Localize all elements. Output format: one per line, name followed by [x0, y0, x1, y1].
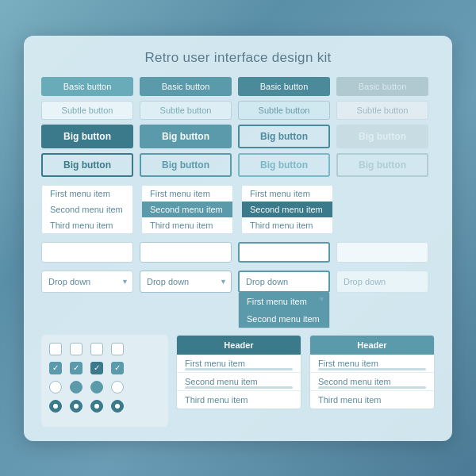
main-card: Retro user interface design kit Basic bu…: [24, 36, 452, 441]
text-input-1[interactable]: [41, 242, 133, 263]
big-button-dark-1[interactable]: Big button: [41, 125, 133, 148]
menu-3-item-2[interactable]: Second menu item: [242, 202, 332, 217]
radio-filled-3[interactable]: [90, 400, 103, 413]
list-table-2: Header First menu item Second menu item …: [309, 335, 435, 409]
list-table-2-row-3[interactable]: Third menu item: [310, 391, 434, 409]
checkbox-unchecked-4[interactable]: [111, 343, 124, 355]
radio-checked-1[interactable]: [70, 381, 83, 393]
radio-filled-1[interactable]: [49, 400, 62, 413]
basic-button-1[interactable]: Basic button: [41, 77, 133, 96]
checkbox-unchecked-2[interactable]: [70, 343, 83, 355]
checkboxes-unchecked-row: [49, 343, 160, 355]
menu-3-item-3[interactable]: Third menu item: [242, 217, 332, 233]
big-button-outline-dark[interactable]: Big button: [41, 153, 133, 177]
checkbox-unchecked-3[interactable]: [90, 343, 103, 355]
checkbox-checked-2[interactable]: ✓: [70, 362, 83, 374]
menu-3-item-1[interactable]: First menu item: [242, 186, 332, 202]
basic-button-2[interactable]: Basic button: [140, 77, 232, 96]
checkboxes-checked-row: ✓ ✓ ✓ ✓: [49, 362, 160, 374]
dropdown-1[interactable]: Drop down: [41, 271, 133, 293]
list-table-1-row-1[interactable]: First menu item: [177, 355, 301, 373]
big-buttons-row-1: Big button Big button Big button Big but…: [41, 125, 435, 148]
radios-filled-row: [49, 400, 160, 413]
radio-unchecked-1[interactable]: [49, 381, 62, 393]
dropdowns-section: Drop down ▼ Drop down ▼ Drop down ▼ Firs…: [41, 271, 435, 328]
list-table-2-row-2[interactable]: Second menu item: [310, 373, 434, 391]
menus-section: First menu item Second menu item Third m…: [41, 185, 435, 234]
dropdown-2-wrap: Drop down ▼: [140, 271, 232, 293]
menu-1-item-1[interactable]: First menu item: [42, 186, 132, 202]
text-input-2[interactable]: [140, 242, 232, 263]
radios-unchecked-row: [49, 381, 160, 393]
subtle-button-2[interactable]: Subtle button: [140, 101, 232, 120]
big-button-outline-1[interactable]: Big button: [238, 125, 330, 148]
checkbox-checked-4[interactable]: ✓: [111, 362, 124, 374]
checkbox-checked-1[interactable]: ✓: [49, 362, 62, 374]
menu-2-item-1[interactable]: First menu item: [142, 186, 232, 202]
list-table-1-row-3[interactable]: Third menu item: [177, 391, 301, 409]
radio-checked-2[interactable]: [90, 381, 103, 393]
page-title: Retro user interface design kit: [41, 50, 435, 66]
dropdown-menu-item-2[interactable]: Second menu item: [239, 310, 329, 328]
menu-3: First menu item Second menu item Third m…: [241, 185, 333, 234]
buttons-section: Basic button Basic button Basic button B…: [41, 77, 435, 177]
big-button-faded-1[interactable]: Big button: [336, 125, 428, 148]
bottom-section: ✓ ✓ ✓ ✓ Header Fir: [41, 335, 435, 427]
text-input-4[interactable]: [336, 242, 428, 263]
subtle-button-1[interactable]: Subtle button: [41, 101, 133, 120]
menu-2: First menu item Second menu item Third m…: [141, 185, 233, 234]
text-input-3[interactable]: [238, 242, 330, 263]
radio-unchecked-2[interactable]: [111, 381, 124, 393]
checkbox-checked-3[interactable]: ✓: [90, 362, 103, 374]
dropdown-3[interactable]: Drop down: [238, 271, 330, 293]
big-button-outline-light[interactable]: Big button: [238, 153, 330, 177]
controls-box: ✓ ✓ ✓ ✓: [41, 335, 168, 427]
dropdown-menu-item-1[interactable]: First menu item: [239, 293, 329, 310]
subtle-button-4[interactable]: Subtle button: [336, 101, 428, 120]
subtle-button-3[interactable]: Subtle button: [238, 101, 330, 120]
list-table-1-header: Header: [177, 336, 301, 355]
list-table-1-row-2[interactable]: Second menu item: [177, 373, 301, 391]
basic-button-3[interactable]: Basic button: [238, 77, 330, 96]
big-button-mid-1[interactable]: Big button: [140, 125, 232, 148]
big-button-outline-faded[interactable]: Big button: [336, 153, 428, 177]
list-table-2-header: Header: [310, 336, 434, 355]
basic-buttons-row: Basic button Basic button Basic button B…: [41, 77, 435, 96]
dropdown-4[interactable]: Drop down: [336, 271, 428, 293]
menu-2-item-2[interactable]: Second menu item: [142, 202, 232, 217]
inputs-row: [41, 242, 435, 263]
subtle-buttons-row: Subtle button Subtle button Subtle butto…: [41, 101, 435, 120]
big-button-outline-mid[interactable]: Big button: [140, 153, 232, 177]
list-table-2-row-1[interactable]: First menu item: [310, 355, 434, 373]
dropdown-3-wrap: Drop down ▼ First menu item Second menu …: [238, 271, 330, 328]
menu-2-item-3[interactable]: Third menu item: [142, 217, 232, 233]
checkbox-unchecked-1[interactable]: [49, 343, 62, 355]
inputs-section: [41, 242, 435, 263]
dropdown-4-wrap: Drop down: [336, 271, 428, 293]
basic-button-4[interactable]: Basic button: [336, 77, 428, 96]
dropdown-1-wrap: Drop down ▼: [41, 271, 133, 293]
big-buttons-row-2: Big button Big button Big button Big but…: [41, 153, 435, 177]
menu-1: First menu item Second menu item Third m…: [41, 185, 133, 234]
radio-filled-4[interactable]: [111, 400, 124, 413]
dropdown-2[interactable]: Drop down: [140, 271, 232, 293]
radio-filled-2[interactable]: [70, 400, 83, 413]
dropdown-3-menu: First menu item Second menu item: [238, 293, 330, 328]
list-table-1: Header First menu item Second menu item …: [176, 335, 301, 409]
menu-1-item-2[interactable]: Second menu item: [42, 202, 132, 217]
menu-1-item-3[interactable]: Third menu item: [42, 217, 132, 233]
